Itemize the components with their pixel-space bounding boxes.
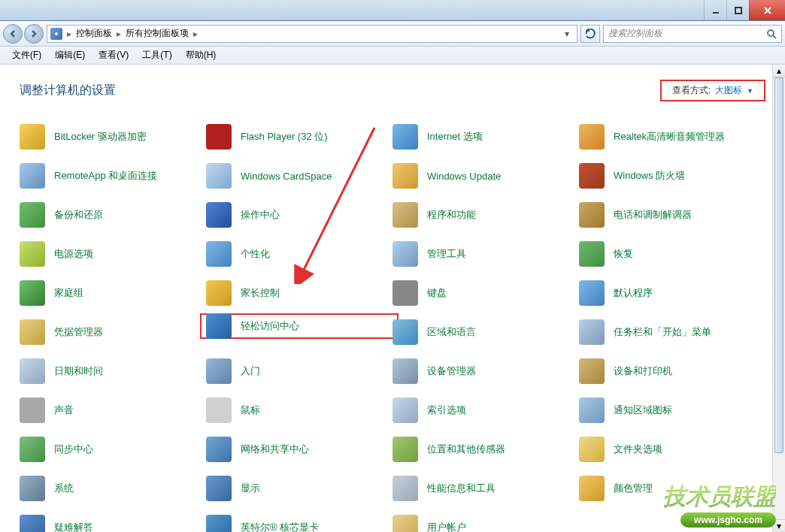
search-input[interactable]: 搜索控制面板 bbox=[603, 25, 782, 43]
control-panel-item[interactable]: 日期和时间 bbox=[20, 358, 206, 384]
item-icon bbox=[392, 163, 418, 189]
control-panel-item[interactable]: 位置和其他传感器 bbox=[392, 437, 579, 462]
control-panel-item[interactable]: Flash Player (32 位) bbox=[206, 124, 392, 150]
close-button[interactable] bbox=[749, 0, 785, 20]
menu-file[interactable]: 文件(F) bbox=[6, 47, 47, 63]
scrollbar-thumb[interactable] bbox=[774, 77, 783, 453]
item-icon bbox=[206, 202, 232, 228]
address-bar[interactable]: ▸ 控制面板 ▸ 所有控制面板项 ▸ ▾ bbox=[47, 25, 577, 43]
control-panel-item[interactable]: 显示 bbox=[206, 476, 392, 501]
control-panel-item[interactable]: 备份和还原 bbox=[20, 202, 206, 228]
control-panel-item[interactable]: 声音 bbox=[20, 397, 206, 423]
breadcrumb-item[interactable]: 控制面板 bbox=[76, 27, 112, 40]
control-panel-item[interactable]: BitLocker 驱动器加密 bbox=[20, 124, 206, 150]
item-label: 任务栏和「开始」菜单 bbox=[614, 325, 711, 339]
items-grid: BitLocker 驱动器加密Flash Player (32 位)Intern… bbox=[20, 124, 765, 532]
address-dropdown-icon[interactable]: ▾ bbox=[560, 29, 574, 39]
item-icon bbox=[20, 319, 45, 345]
menu-help[interactable]: 帮助(H) bbox=[180, 47, 223, 63]
breadcrumb-sep-icon: ▸ bbox=[67, 29, 71, 39]
control-panel-item[interactable]: 默认程序 bbox=[579, 280, 765, 306]
svg-line-5 bbox=[773, 35, 776, 38]
item-icon bbox=[579, 202, 605, 228]
control-panel-item[interactable]: 设备和打印机 bbox=[579, 358, 765, 384]
scroll-up-button[interactable]: ▴ bbox=[773, 65, 785, 77]
control-panel-item[interactable]: 恢复 bbox=[579, 241, 765, 267]
item-label: 显示 bbox=[241, 482, 260, 495]
control-panel-item[interactable]: 鼠标 bbox=[206, 397, 392, 423]
item-icon bbox=[579, 358, 605, 384]
control-panel-item[interactable]: 电话和调制解调器 bbox=[579, 202, 765, 228]
control-panel-item[interactable]: 个性化 bbox=[206, 241, 392, 267]
control-panel-item[interactable]: Windows Update bbox=[392, 163, 579, 189]
item-icon bbox=[579, 397, 605, 423]
menu-bar: 文件(F) 编辑(E) 查看(V) 工具(T) 帮助(H) bbox=[0, 47, 785, 65]
menu-edit[interactable]: 编辑(E) bbox=[49, 47, 91, 63]
item-label: 系统 bbox=[54, 482, 74, 495]
control-panel-item[interactable]: 管理工具 bbox=[392, 241, 579, 267]
control-panel-item[interactable]: 索引选项 bbox=[392, 397, 579, 423]
control-panel-item[interactable]: 键盘 bbox=[392, 280, 579, 306]
control-panel-item[interactable]: Windows 防火墙 bbox=[579, 163, 765, 189]
item-label: 鼠标 bbox=[241, 404, 260, 417]
back-button[interactable] bbox=[3, 24, 23, 44]
item-label: 索引选项 bbox=[427, 404, 466, 417]
control-panel-item[interactable]: 系统 bbox=[20, 476, 206, 501]
item-icon bbox=[20, 163, 45, 189]
control-panel-item[interactable]: 电源选项 bbox=[20, 241, 206, 267]
item-icon bbox=[579, 163, 605, 189]
control-panel-item[interactable]: 同步中心 bbox=[20, 437, 206, 462]
refresh-button[interactable] bbox=[580, 25, 600, 43]
control-panel-item[interactable]: Internet 选项 bbox=[392, 124, 579, 150]
control-panel-item[interactable]: 设备管理器 bbox=[392, 358, 579, 384]
control-panel-item[interactable]: 任务栏和「开始」菜单 bbox=[579, 319, 765, 345]
item-label: 备份和还原 bbox=[54, 208, 103, 222]
menu-tools[interactable]: 工具(T) bbox=[136, 47, 177, 63]
menu-view[interactable]: 查看(V) bbox=[92, 47, 135, 63]
control-panel-item[interactable]: 通知区域图标 bbox=[579, 397, 765, 423]
control-panel-item[interactable]: 家长控制 bbox=[206, 280, 392, 306]
control-panel-item[interactable]: 家庭组 bbox=[20, 280, 206, 306]
item-label: 英特尔® 核芯显卡 bbox=[241, 521, 319, 532]
control-panel-item[interactable]: 程序和功能 bbox=[392, 202, 579, 228]
view-by-selector[interactable]: 查看方式: 大图标 ▼ bbox=[660, 80, 765, 101]
item-icon bbox=[579, 124, 605, 150]
nav-row: ▸ 控制面板 ▸ 所有控制面板项 ▸ ▾ 搜索控制面板 bbox=[0, 21, 785, 47]
control-panel-item[interactable]: 网络和共享中心 bbox=[206, 437, 392, 462]
vertical-scrollbar[interactable]: ▴ ▾ bbox=[772, 65, 785, 532]
svg-point-4 bbox=[768, 30, 774, 36]
item-icon bbox=[392, 476, 418, 501]
minimize-button[interactable] bbox=[704, 0, 726, 20]
item-label: 程序和功能 bbox=[427, 208, 476, 222]
svg-rect-1 bbox=[735, 8, 741, 14]
item-label: Flash Player (32 位) bbox=[241, 130, 328, 144]
control-panel-item[interactable]: 性能信息和工具 bbox=[392, 476, 579, 501]
control-panel-item[interactable]: RemoteApp 和桌面连接 bbox=[20, 163, 206, 189]
control-panel-item[interactable]: Windows CardSpace bbox=[206, 163, 392, 189]
item-label: 区域和语言 bbox=[427, 325, 476, 339]
control-panel-item[interactable]: 疑难解答 bbox=[20, 515, 206, 532]
watermark-url: www.jsgho.com bbox=[680, 512, 776, 527]
control-panel-item[interactable]: Realtek高清晰音频管理器 bbox=[579, 124, 765, 150]
control-panel-item[interactable]: 凭据管理器 bbox=[20, 319, 206, 345]
control-panel-item[interactable]: 用户帐户 bbox=[392, 515, 579, 532]
item-icon bbox=[392, 358, 418, 384]
item-label: Windows CardSpace bbox=[241, 171, 332, 182]
maximize-button[interactable] bbox=[726, 0, 749, 20]
forward-button[interactable] bbox=[24, 24, 44, 44]
control-panel-item[interactable]: 区域和语言 bbox=[392, 319, 579, 345]
item-label: 疑难解答 bbox=[54, 521, 93, 532]
control-panel-item[interactable]: 轻松访问中心 bbox=[200, 313, 399, 339]
item-icon bbox=[579, 241, 605, 267]
item-icon bbox=[579, 280, 605, 306]
item-icon bbox=[206, 241, 232, 267]
item-icon bbox=[20, 280, 45, 306]
control-panel-item[interactable]: 操作中心 bbox=[206, 202, 392, 228]
breadcrumb-item[interactable]: 所有控制面板项 bbox=[126, 27, 189, 40]
control-panel-item[interactable]: 英特尔® 核芯显卡 bbox=[206, 515, 392, 532]
item-icon bbox=[206, 163, 232, 189]
item-label: 网络和共享中心 bbox=[241, 443, 309, 456]
control-panel-item[interactable]: 文件夹选项 bbox=[579, 437, 765, 462]
control-panel-item[interactable]: 入门 bbox=[206, 358, 392, 384]
item-icon bbox=[392, 202, 418, 228]
